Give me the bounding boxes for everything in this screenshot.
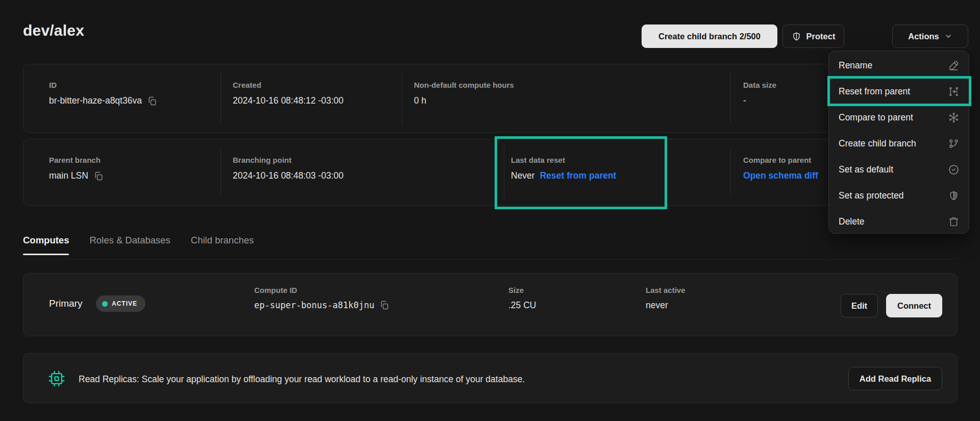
copy-icon[interactable] xyxy=(93,171,104,181)
divider xyxy=(220,147,221,197)
created-field: Created 2024-10-16 08:48:12 -03:00 xyxy=(233,81,344,106)
tab-child-branches[interactable]: Child branches xyxy=(191,235,254,255)
branch-info-card: ID br-bitter-haze-a8qt36va Created 2024-… xyxy=(23,64,958,133)
compute-id-value: ep-super-bonus-a81k0jnu xyxy=(254,300,374,310)
actions-menu: Rename Reset from parent Compare to pare… xyxy=(828,51,969,234)
connect-button[interactable]: Connect xyxy=(886,294,942,317)
compute-hours-field: Non-default compute hours 0 h xyxy=(414,81,514,106)
branch-id-field: ID br-bitter-haze-a8qt36va xyxy=(49,81,157,106)
page-title: dev/alex xyxy=(23,22,84,39)
branching-point-field: Branching point 2024-10-16 08:48:03 -03:… xyxy=(233,156,344,181)
divider xyxy=(730,147,731,197)
menu-item-rename[interactable]: Rename xyxy=(829,53,969,79)
size-field: Size .25 CU xyxy=(508,286,536,311)
add-read-replica-button[interactable]: Add Read Replica xyxy=(848,367,942,390)
schema-compare-icon xyxy=(948,112,959,123)
tabs-divider xyxy=(23,259,958,260)
tab-computes[interactable]: Computes xyxy=(23,235,69,255)
chevron-down-icon xyxy=(944,32,952,40)
data-size-field: Data size - xyxy=(743,81,776,106)
edit-button[interactable]: Edit xyxy=(841,294,878,317)
menu-item-set-as-protected[interactable]: Set as protected xyxy=(829,183,969,209)
divider xyxy=(220,72,221,125)
git-branch-icon xyxy=(948,138,959,149)
copy-icon[interactable] xyxy=(147,96,157,106)
last-data-reset-field: Last data reset Never Reset from parent xyxy=(511,156,616,181)
parent-branch-value: main LSN xyxy=(49,170,88,181)
read-replicas-text: Read Replicas: Scale your application by… xyxy=(79,374,525,385)
menu-item-reset-from-parent[interactable]: Reset from parent xyxy=(829,79,969,105)
menu-item-create-child-branch[interactable]: Create child branch xyxy=(829,131,969,157)
last-active-field: Last active never xyxy=(646,286,685,311)
reset-from-parent-link[interactable]: Reset from parent xyxy=(540,170,617,181)
menu-item-set-as-default[interactable]: Set as default xyxy=(829,157,969,183)
divider xyxy=(730,72,731,125)
divider xyxy=(504,147,504,197)
badge-check-icon xyxy=(948,164,959,175)
parent-branch-field: Parent branch main LSN xyxy=(49,156,104,181)
divider xyxy=(402,72,402,125)
compute-name: Primary xyxy=(49,298,82,309)
reset-from-parent-icon xyxy=(948,86,959,97)
pencil-icon xyxy=(948,60,959,71)
tab-roles-databases[interactable]: Roles & Databases xyxy=(89,235,170,255)
menu-item-compare-to-parent[interactable]: Compare to parent xyxy=(829,105,969,131)
shield-icon xyxy=(792,32,801,41)
trash-icon xyxy=(948,216,959,227)
branch-tabs: Computes Roles & Databases Child branche… xyxy=(23,235,254,255)
actions-button[interactable]: Actions xyxy=(892,24,968,48)
copy-icon[interactable] xyxy=(379,300,389,310)
read-replicas-banner: Read Replicas: Scale your application by… xyxy=(23,353,958,403)
compute-id-field: Compute ID ep-super-bonus-a81k0jnu xyxy=(254,286,389,310)
active-dot-icon xyxy=(102,301,108,307)
branch-page: dev/alex Create child branch 2/500 Prote… xyxy=(0,0,980,421)
create-child-branch-button[interactable]: Create child branch 2/500 xyxy=(642,24,777,48)
compute-row: Primary ACTIVE Compute ID ep-super-bonus… xyxy=(23,273,958,336)
shield-icon xyxy=(948,190,959,201)
protect-button[interactable]: Protect xyxy=(782,24,844,48)
open-schema-diff-link[interactable]: Open schema diff xyxy=(743,170,818,181)
parent-info-card: Parent branch main LSN Branching point 2… xyxy=(23,139,958,206)
branch-id-value: br-bitter-haze-a8qt36va xyxy=(49,95,142,106)
menu-item-delete[interactable]: Delete xyxy=(829,209,969,235)
compare-to-parent-field: Compare to parent Open schema diff xyxy=(743,156,818,181)
cpu-chip-icon xyxy=(48,370,65,387)
last-reset-value: Never xyxy=(511,170,535,181)
status-badge: ACTIVE xyxy=(96,295,145,312)
